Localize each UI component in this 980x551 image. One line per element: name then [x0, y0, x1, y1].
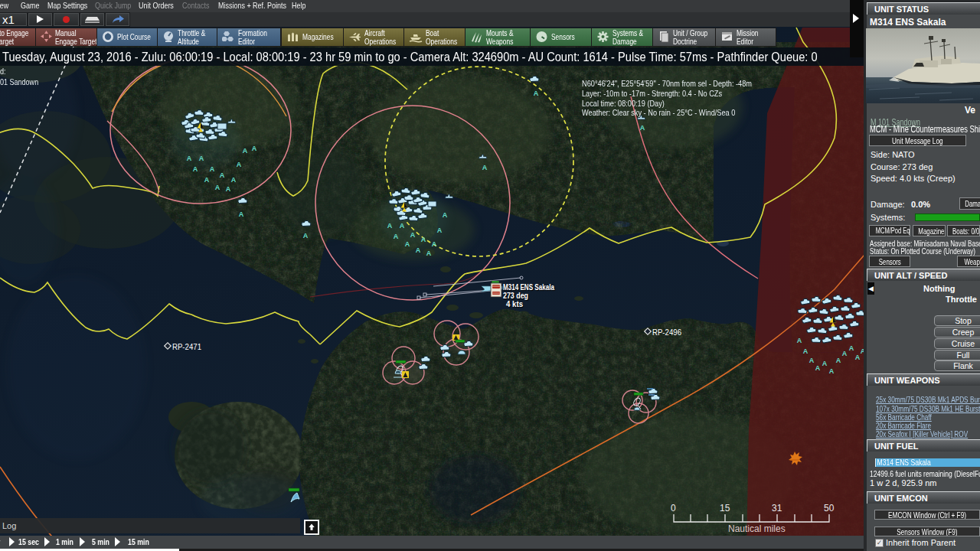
svg-text:A: A: [239, 210, 244, 218]
svg-text:A: A: [252, 145, 257, 152]
svg-text:A: A: [443, 211, 448, 219]
svg-text:A: A: [199, 155, 204, 162]
svg-text:A: A: [226, 185, 231, 193]
svg-text:A: A: [215, 184, 220, 191]
svg-text:RP-2496: RP-2496: [652, 328, 681, 337]
svg-text:A: A: [797, 337, 802, 344]
svg-text:A: A: [809, 357, 815, 364]
svg-text:A: A: [231, 176, 237, 184]
svg-text:A: A: [400, 222, 405, 230]
svg-text:A: A: [416, 246, 421, 254]
svg-text:A: A: [410, 231, 416, 239]
svg-text:A: A: [220, 171, 225, 179]
svg-text:RP-2471: RP-2471: [172, 342, 201, 351]
svg-text:0: 0: [671, 503, 676, 514]
svg-text:A: A: [421, 236, 426, 243]
svg-text:A: A: [482, 164, 488, 171]
svg-text:A: A: [387, 222, 393, 230]
svg-text:A: A: [849, 344, 854, 352]
svg-text:A: A: [437, 227, 443, 234]
svg-text:Nautical miles: Nautical miles: [728, 523, 786, 534]
svg-text:A: A: [193, 165, 198, 173]
svg-text:A: A: [534, 90, 539, 97]
svg-text:A: A: [855, 354, 861, 361]
svg-text:A: A: [187, 155, 192, 162]
svg-text:A: A: [432, 240, 437, 248]
svg-text:15: 15: [720, 503, 730, 514]
svg-text:A: A: [405, 240, 410, 248]
svg-text:A: A: [829, 367, 835, 375]
svg-text:A: A: [836, 357, 841, 364]
svg-text:4 kts: 4 kts: [506, 299, 523, 308]
svg-text:A: A: [303, 232, 309, 240]
svg-text:A: A: [803, 347, 808, 355]
svg-text:50: 50: [824, 503, 835, 514]
svg-text:A: A: [842, 350, 848, 357]
svg-text:A: A: [822, 360, 828, 367]
svg-text:A: A: [237, 161, 242, 168]
svg-text:A: A: [243, 147, 248, 155]
svg-text:A: A: [640, 124, 645, 132]
svg-text:A: A: [394, 233, 399, 240]
svg-text:A: A: [815, 364, 821, 372]
svg-text:A: A: [426, 249, 432, 257]
svg-text:31: 31: [772, 503, 782, 514]
svg-text:A: A: [204, 176, 210, 184]
svg-text:A: A: [210, 165, 215, 173]
